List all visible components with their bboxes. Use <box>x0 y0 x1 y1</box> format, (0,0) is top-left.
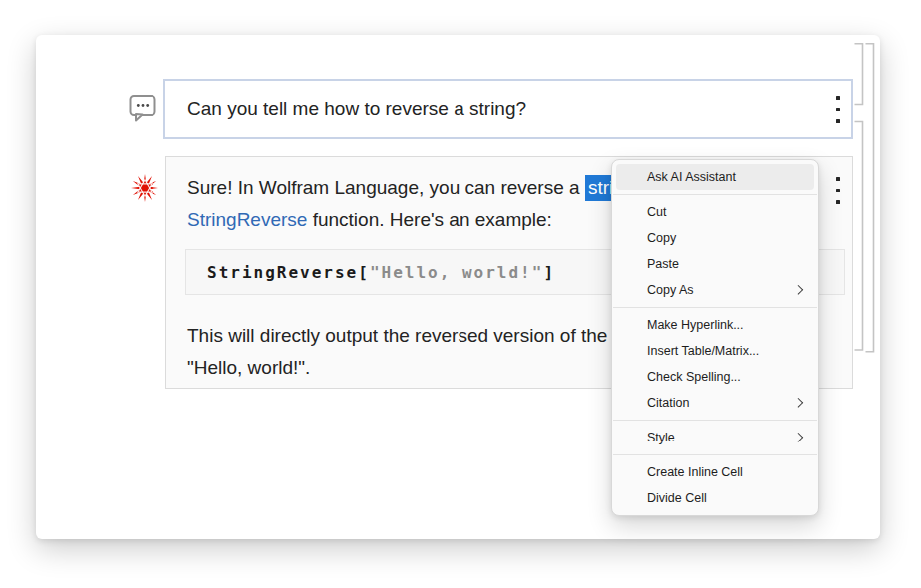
wolfram-spikey-icon <box>131 174 158 206</box>
menu-item-check-spelling[interactable]: Check Spelling... <box>612 364 818 390</box>
menu-item-label: Copy <box>647 231 676 245</box>
menu-item-create-inline-cell[interactable]: Create Inline Cell <box>612 459 818 485</box>
response-paragraph-2: This will directly output the reversed v… <box>187 320 659 384</box>
code-string-argument: "Hello, world!" <box>370 263 544 282</box>
response-text: Sure! In Wolfram Language, you can rever… <box>187 177 585 198</box>
chevron-right-icon <box>793 433 802 441</box>
menu-item-label: Ask AI Assistant <box>647 170 736 184</box>
menu-item-copy[interactable]: Copy <box>612 225 818 251</box>
menu-item-style[interactable]: Style <box>612 425 818 450</box>
chat-cell-options-kebab-icon[interactable] <box>832 96 844 123</box>
menu-item-cut[interactable]: Cut <box>612 199 818 225</box>
stringreverse-doc-link[interactable]: StringReverse <box>187 209 307 230</box>
menu-item-label: Create Inline Cell <box>647 465 743 479</box>
chat-bubble-icon <box>129 93 156 128</box>
menu-separator <box>613 194 817 195</box>
code-close-bracket: ] <box>543 263 555 282</box>
menu-item-label: Style <box>647 431 675 444</box>
menu-item-paste[interactable]: Paste <box>612 251 818 277</box>
menu-item-label: Paste <box>647 257 679 271</box>
response-text: This will directly output the reversed v… <box>187 325 659 346</box>
menu-item-ask-ai-assistant[interactable]: Ask AI Assistant <box>616 164 814 190</box>
response-cell-options-kebab-icon[interactable] <box>832 177 844 204</box>
code-open-bracket: [ <box>358 263 370 282</box>
chat-input-text: Can you tell me how to reverse a string? <box>187 98 526 120</box>
menu-separator <box>613 454 817 455</box>
menu-item-copy-as[interactable]: Copy As <box>612 277 818 303</box>
chevron-right-icon <box>793 285 802 294</box>
menu-item-label: Citation <box>647 396 689 410</box>
chevron-right-icon <box>793 398 802 407</box>
menu-separator <box>613 307 817 308</box>
menu-item-label: Insert Table/Matrix... <box>647 344 759 358</box>
menu-item-label: Check Spelling... <box>647 370 741 384</box>
menu-item-label: Divide Cell <box>647 491 707 505</box>
menu-separator <box>613 420 817 421</box>
response-text: function. Here's an example: <box>307 209 551 230</box>
code-function-name: StringReverse <box>207 263 358 282</box>
menu-item-citation[interactable]: Citation <box>612 390 818 416</box>
menu-item-insert-table-matrix[interactable]: Insert Table/Matrix... <box>612 338 818 364</box>
chat-input-cell[interactable]: Can you tell me how to reverse a string? <box>163 79 853 139</box>
menu-item-label: Cut <box>647 205 666 219</box>
response-text: "Hello, world!". <box>187 357 310 378</box>
menu-item-divide-cell[interactable]: Divide Cell <box>612 485 818 511</box>
context-menu: Ask AI Assistant Cut Copy Paste Copy As … <box>611 159 819 516</box>
menu-item-label: Make Hyperlink... <box>647 318 744 332</box>
menu-item-make-hyperlink[interactable]: Make Hyperlink... <box>612 312 818 338</box>
menu-item-label: Copy As <box>647 283 694 297</box>
